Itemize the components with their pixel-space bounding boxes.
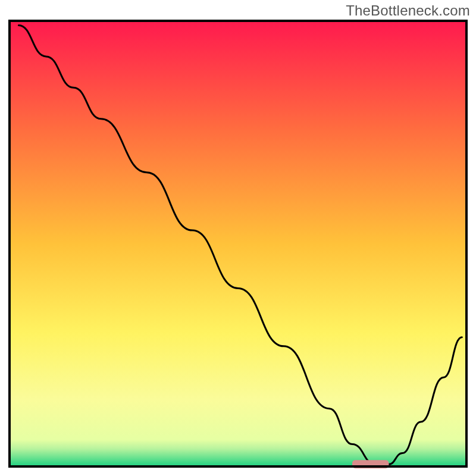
chart-svg <box>0 0 476 476</box>
gradient-background <box>10 21 466 466</box>
plot-area <box>10 21 466 468</box>
bottleneck-chart: TheBottleneck.com <box>0 0 476 476</box>
